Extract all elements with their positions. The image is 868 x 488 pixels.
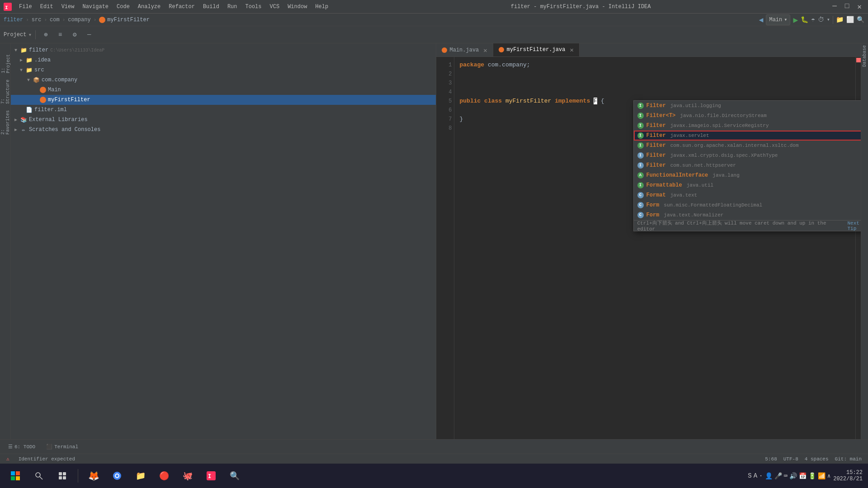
ac-item-9[interactable]: I Formattable java.util	[634, 180, 861, 190]
ac-item-6[interactable]: I Filter javax.xml.crypto.dsig.spec.XPat…	[634, 150, 861, 160]
ac-item-10[interactable]: C Format java.text	[634, 190, 861, 200]
back-button[interactable]: ◀	[759, 15, 764, 24]
ac-pkg-6: javax.xml.crypto.dsig.spec.XPathType	[670, 153, 778, 158]
nav-company[interactable]: company	[68, 17, 90, 23]
ac-item-7[interactable]: I Filter com.sun.net.httpserver	[634, 160, 861, 170]
tray-icon-2[interactable]: A	[754, 472, 757, 479]
idea-taskbar[interactable]: I	[201, 466, 221, 486]
nav-project[interactable]: filter	[4, 17, 23, 23]
tab-myfirstfilter[interactable]: myFirstFilter.java ✕	[493, 43, 580, 57]
tray-icon-10[interactable]: 📶	[818, 472, 826, 480]
tree-ext-libs[interactable]: ▶ 📚 External Libraries	[11, 115, 436, 125]
nav-com[interactable]: com	[50, 17, 60, 23]
line-num-5: 5	[438, 97, 452, 106]
menu-help[interactable]: Help	[311, 3, 332, 11]
nav-file[interactable]: myFirstFilter	[99, 17, 150, 23]
ac-icon-9: I	[637, 182, 644, 188]
tray-icon-5[interactable]: 🎤	[774, 472, 782, 480]
settings-button[interactable]: ⚙	[68, 28, 81, 41]
menu-navigate[interactable]: Navigate	[79, 3, 112, 11]
start-button[interactable]	[5, 466, 25, 486]
debug-button[interactable]: 🐛	[801, 16, 808, 23]
minimize-button[interactable]: ─	[830, 2, 840, 11]
profile-button[interactable]: ⏱	[818, 16, 824, 23]
menu-edit[interactable]: Edit	[37, 3, 57, 11]
menu-run[interactable]: Run	[224, 3, 241, 11]
tab-main-java[interactable]: Main.java ✕	[436, 43, 493, 57]
ac-item-8[interactable]: A FunctionalInterface java.lang	[634, 170, 861, 180]
search2-taskbar[interactable]: 🔍	[225, 466, 245, 486]
scratches-icon: ✏	[20, 126, 27, 133]
status-git[interactable]: Git: main	[832, 454, 864, 464]
more-button[interactable]: ▾	[827, 16, 830, 23]
tray-icon-4[interactable]: 👤	[765, 472, 773, 480]
ac-item-12[interactable]: C Form java.text.Normalizer	[634, 210, 861, 220]
tree-main[interactable]: ▶ Main	[11, 85, 436, 95]
menu-tools[interactable]: Tools	[242, 3, 265, 11]
tray-icon-9[interactable]: 🔋	[808, 472, 816, 480]
ac-item-1[interactable]: I Filter java.util.logging	[634, 101, 861, 111]
ac-item-4-selected[interactable]: I Filter javax.servlet	[634, 131, 861, 141]
collapse-all-button[interactable]: ≡	[54, 28, 66, 41]
tree-filteriml[interactable]: ▶ 📄 filter.iml	[11, 105, 436, 115]
vtab-structure[interactable]: 7: Structure	[0, 80, 11, 108]
tray-icon-7[interactable]: 🔊	[789, 472, 797, 480]
taskview-button[interactable]	[52, 466, 72, 486]
dropdown-arrow-icon: ▾	[784, 16, 787, 23]
idea-icon: 📁	[25, 56, 33, 64]
ac-item-5[interactable]: I Filter com.sun.org.apache.xalan.intern…	[634, 141, 861, 150]
tree-src[interactable]: ▼ 📁 src	[11, 65, 436, 75]
maximize-button[interactable]: □	[842, 2, 852, 11]
status-indent[interactable]: 4 spaces	[802, 454, 831, 464]
database-label[interactable]: Database	[862, 45, 867, 67]
status-ln-col[interactable]: 5:68	[762, 454, 779, 464]
vivaldi-taskbar[interactable]: 🔴	[154, 466, 174, 486]
vtab-project[interactable]: 1: Project	[0, 45, 12, 77]
tree-myfirstfilter[interactable]: ▶ myFirstFilter	[11, 95, 436, 105]
menu-vcs[interactable]: VCS	[266, 3, 283, 11]
git-taskbar[interactable]: 🐙	[178, 466, 198, 486]
tray-icon-6[interactable]: ⌨	[784, 472, 788, 480]
menu-file[interactable]: File	[15, 3, 36, 11]
nav-src[interactable]: src	[32, 17, 42, 23]
menu-analyze[interactable]: Analyze	[134, 3, 164, 11]
tree-filter-root[interactable]: ▼ 📁 filter C:\Users\21133\IdeaP	[11, 45, 436, 55]
search-everywhere-button[interactable]: 🔍	[857, 16, 864, 23]
menu-code[interactable]: Code	[113, 3, 133, 11]
ac-item-3[interactable]: I Filter javax.imageio.spi.ServiceRegist…	[634, 121, 861, 131]
tray-icon-8[interactable]: 📅	[799, 472, 807, 480]
project-view-toggle[interactable]: Project ▾	[4, 31, 32, 38]
ac-keyword-6: Filter	[646, 152, 666, 159]
tab-filter-close[interactable]: ✕	[570, 46, 573, 54]
tray-icon-1[interactable]: S	[748, 472, 751, 479]
tree-company[interactable]: ▼ 📦 com.company	[11, 75, 436, 85]
vtab-favorites[interactable]: 2: Favorites	[0, 111, 11, 138]
run-config-dropdown[interactable]: Main ▾	[766, 14, 790, 25]
explorer-taskbar[interactable]: 📁	[131, 466, 151, 486]
search-button[interactable]	[29, 466, 49, 486]
tree-scratches[interactable]: ▶ ✏ Scratches and Consoles	[11, 125, 436, 135]
chevron-up-tray[interactable]: ∧	[827, 473, 830, 479]
update-button[interactable]: ⬜	[846, 16, 854, 23]
next-tip-button[interactable]: Next Tip	[848, 221, 861, 231]
terminal-tab[interactable]: ⬛ Terminal	[42, 442, 83, 451]
commit-button[interactable]: 📁	[836, 16, 844, 23]
tab-main-close[interactable]: ✕	[483, 47, 487, 54]
close-button[interactable]: ✕	[854, 2, 864, 11]
coverage-button[interactable]: ☂	[811, 16, 815, 23]
tree-idea[interactable]: ▶ 📁 .idea	[11, 55, 436, 65]
tray-icon-3[interactable]: ·	[759, 472, 763, 479]
hide-panel-button[interactable]: ─	[83, 28, 95, 41]
menu-view[interactable]: View	[58, 3, 78, 11]
menu-refactor[interactable]: Refactor	[165, 3, 198, 11]
chrome-taskbar[interactable]	[107, 466, 127, 486]
ac-item-2[interactable]: I Filter<T> java.nio.file.DirectoryStrea…	[634, 111, 861, 121]
status-encoding[interactable]: UTF-8	[781, 454, 801, 464]
firefox-taskbar[interactable]: 🦊	[84, 466, 104, 486]
menu-window[interactable]: Window	[284, 3, 311, 11]
menu-build[interactable]: Build	[199, 3, 223, 11]
locate-in-tree-button[interactable]: ⊕	[39, 28, 52, 41]
ac-item-11[interactable]: C Form sun.misc.FormattedFloatingDecimal	[634, 200, 861, 210]
todo-tab[interactable]: ☰ 6: TODO	[4, 442, 40, 451]
run-button[interactable]: ▶	[793, 15, 798, 25]
